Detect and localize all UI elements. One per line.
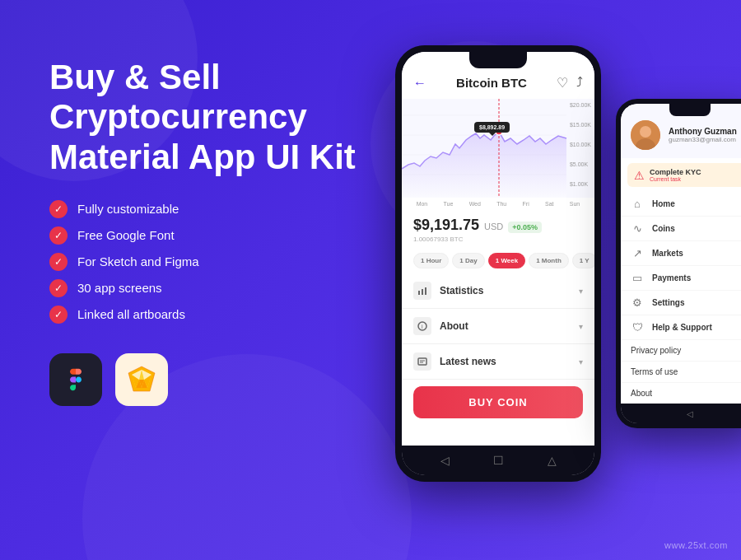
user-name: Anthony Guzman — [669, 127, 737, 136]
day-fri: Fri — [523, 201, 529, 207]
side-menu-home[interactable]: ⌂ Home — [621, 192, 741, 217]
check-icon: ✓ — [49, 306, 68, 324]
time-btn-1hour[interactable]: 1 Hour — [413, 253, 449, 268]
accordion-latestnews[interactable]: Latest news ▾ — [402, 344, 594, 380]
about-icon: i — [413, 317, 431, 335]
help-icon: 🛡 — [631, 321, 644, 334]
home-label: Home — [652, 199, 675, 208]
feature-text: Fully customizable — [77, 202, 179, 216]
payments-icon: ▭ — [631, 272, 644, 284]
statistics-icon — [413, 282, 431, 300]
side-nav-back[interactable]: ◁ — [687, 409, 693, 418]
statistics-chevron: ▾ — [579, 287, 583, 296]
time-btn-1week[interactable]: 1 Week — [488, 253, 525, 268]
accordion-about[interactable]: i About ▾ — [402, 309, 594, 344]
price-value: $9,191.75 — [413, 217, 479, 234]
heart-icon[interactable]: ♡ — [557, 75, 568, 91]
nav-home[interactable]: ☐ — [493, 454, 504, 467]
kyc-subtitle: Current task — [650, 176, 701, 182]
header-icons: ♡ ⤴ — [557, 75, 583, 91]
svg-text:i: i — [422, 324, 423, 329]
markets-icon: ↗ — [631, 247, 644, 259]
phone-main: ← Bitcoin BTC ♡ ⤴ $20.00K $15.00K $10.00… — [395, 45, 601, 482]
home-icon: ⌂ — [631, 198, 644, 210]
side-menu-markets[interactable]: ↗ Markets — [621, 241, 741, 266]
kyc-info: Complete KYC Current task — [650, 168, 701, 182]
price-change: +0.05% — [508, 222, 542, 233]
check-icon: ✓ — [49, 226, 68, 245]
user-email: guzman33@gmail.com — [669, 136, 737, 143]
feature-item: ✓For Sketch and Figma — [49, 253, 362, 271]
buy-coin-button[interactable]: BUY COIN — [413, 386, 583, 418]
side-terms-of-use[interactable]: Terms of use — [621, 362, 741, 383]
price-btc: 1.00067933 BTC — [413, 236, 583, 243]
chart-svg — [402, 99, 594, 198]
side-about[interactable]: About — [621, 383, 741, 404]
side-menu-payments[interactable]: ▭ Payments — [621, 266, 741, 291]
coins-label: Coins — [652, 224, 675, 233]
latestnews-chevron: ▾ — [579, 357, 583, 366]
back-icon[interactable]: ← — [413, 76, 426, 91]
side-menu-coins[interactable]: ∿ Coins — [621, 217, 741, 241]
feature-text: For Sketch and Figma — [77, 254, 199, 268]
phone-notch — [469, 52, 527, 68]
price-section: $9,191.75 USD +0.05% 1.00067933 BTC — [402, 210, 594, 248]
feature-item: ✓Free Google Font — [49, 226, 362, 245]
svg-rect-22 — [418, 358, 426, 365]
phone-bottom-nav: ◁ ☐ △ — [402, 446, 594, 475]
check-icon: ✓ — [49, 279, 68, 297]
latestnews-label: Latest news — [440, 356, 496, 367]
help-label: Help & Support — [652, 323, 712, 332]
share-icon[interactable]: ⤴ — [576, 75, 583, 91]
price-currency: USD — [484, 222, 503, 231]
feature-text: Linked all artboards — [77, 307, 185, 321]
check-icon: ✓ — [49, 200, 68, 218]
settings-icon: ⚙ — [631, 296, 644, 309]
user-info: Anthony Guzman guzman33@gmail.com — [669, 127, 737, 143]
main-title: Buy & Sell Cryptocurrency Material App U… — [49, 58, 362, 177]
tool-logos — [49, 353, 362, 406]
side-menu-help[interactable]: 🛡 Help & Support — [621, 315, 741, 340]
side-phone-notch — [669, 104, 711, 116]
feature-text: Free Google Font — [77, 228, 175, 242]
features-list: ✓Fully customizable✓Free Google Font✓For… — [49, 200, 362, 324]
settings-label: Settings — [652, 298, 684, 307]
phone-side: Anthony Guzman guzman33@gmail.com ⚠ Comp… — [616, 99, 741, 428]
price-main: $9,191.75 USD +0.05% — [413, 217, 583, 234]
figma-logo — [49, 353, 102, 406]
day-wed: Wed — [469, 201, 481, 207]
accordion-statistics[interactable]: Statistics ▾ — [402, 273, 594, 309]
day-sat: Sat — [545, 201, 554, 207]
side-privacy-policy[interactable]: Privacy policy — [621, 340, 741, 362]
chart-days: Mon Tue Wed Thu Fri Sat Sun — [402, 198, 594, 210]
phone-screen: ← Bitcoin BTC ♡ ⤴ $20.00K $15.00K $10.00… — [402, 52, 594, 475]
watermark: www.25xt.com — [664, 540, 728, 550]
sketch-logo — [115, 353, 168, 406]
time-btn-1day[interactable]: 1 Day — [452, 253, 484, 268]
time-filters: 1 Hour 1 Day 1 Week 1 Month 1 Y — [402, 248, 594, 273]
side-phone-screen: Anthony Guzman guzman33@gmail.com ⚠ Comp… — [621, 104, 741, 423]
feature-item: ✓Linked all artboards — [49, 306, 362, 324]
time-btn-1month[interactable]: 1 Month — [529, 253, 569, 268]
chart-area: $20.00K $15.00K $10.00K $5.00K $1.00K — [402, 99, 594, 198]
left-content: Buy & Sell Cryptocurrency Material App U… — [49, 58, 362, 406]
about-label: About — [440, 320, 468, 332]
coins-icon: ∿ — [631, 222, 644, 235]
feature-item: ✓Fully customizable — [49, 200, 362, 218]
markets-label: Markets — [652, 249, 683, 258]
svg-rect-17 — [418, 291, 420, 295]
side-menu-settings[interactable]: ⚙ Settings — [621, 291, 741, 315]
nav-back[interactable]: ◁ — [440, 454, 450, 467]
time-btn-1year[interactable]: 1 Y — [572, 253, 594, 268]
about-chevron: ▾ — [579, 322, 583, 331]
nav-recent[interactable]: △ — [548, 454, 557, 467]
user-avatar — [631, 120, 660, 150]
svg-point-26 — [640, 126, 651, 138]
app-header-title: Bitcoin BTC — [456, 76, 527, 90]
day-mon: Mon — [417, 201, 428, 207]
check-icon: ✓ — [49, 253, 68, 271]
kyc-title: Complete KYC — [650, 168, 701, 176]
day-sun: Sun — [570, 201, 580, 207]
kyc-banner[interactable]: ⚠ Complete KYC Current task — [627, 163, 741, 187]
statistics-label: Statistics — [440, 285, 483, 296]
